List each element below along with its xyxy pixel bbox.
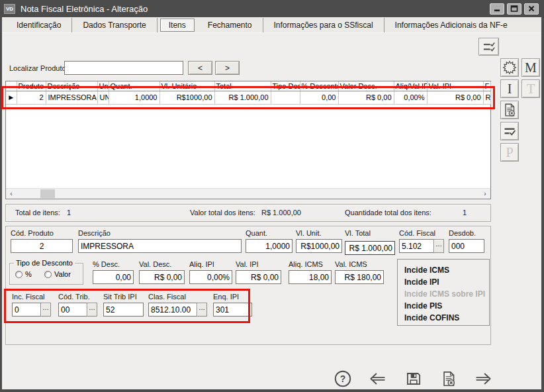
items-grid: Produto Descrição Unid Quant. Vl. Unitár…: [5, 81, 491, 199]
val-icms-label: Val. ICMS: [335, 260, 384, 268]
starburst-button[interactable]: [500, 58, 519, 77]
check-lines-icon: [501, 122, 518, 140]
arrow-right-icon: [474, 368, 494, 389]
previous-record-button[interactable]: [367, 369, 387, 389]
vl-total-input[interactable]: [345, 241, 395, 255]
quant-label: Quant.: [246, 229, 293, 237]
val-ipi-label: Val. IPI: [236, 260, 281, 268]
tab-bar: Identificação Dados Transporte Itens Fec…: [2, 18, 541, 33]
inc-fiscal-label: Inc. Fiscal: [12, 293, 51, 301]
aliq-icms-input[interactable]: [289, 270, 332, 284]
val-desc-input[interactable]: [139, 270, 185, 284]
minimize-icon: [493, 5, 501, 13]
radio-valor[interactable]: Valor: [44, 270, 71, 278]
tab-informacoes-adicionais-nfe[interactable]: Informações Adicionais da NF-e: [385, 18, 518, 32]
letter-i-button[interactable]: I: [500, 79, 519, 98]
inc-fiscal-lookup-button[interactable]: …: [40, 303, 51, 317]
tab-itens[interactable]: Itens: [160, 19, 195, 32]
arrow-left-icon: [367, 368, 387, 389]
grid-row-impressora[interactable]: ▶ 2 IMPRESSORA UN 1,0000 R$1000,00 R$ 1.…: [6, 91, 490, 104]
dialog-window: VD Nota Fiscal Eletrônica - Alteração Id…: [0, 0, 544, 392]
vl-unit-label: Vl. Unit.: [296, 229, 342, 237]
save-button[interactable]: [404, 369, 424, 389]
app-logo: VD: [4, 4, 15, 14]
total-value-label: Valor total dos itens:: [190, 209, 255, 217]
total-items-label: Total de itens:: [15, 209, 60, 217]
cod-trib-label: Cód. Trib.: [58, 293, 97, 301]
tab-fechamento[interactable]: Fechamento: [197, 18, 263, 32]
cod-fiscal-lookup-button[interactable]: …: [433, 239, 444, 253]
next-record-button[interactable]: [474, 369, 494, 389]
total-items-value: 1: [67, 209, 71, 217]
enq-ipi-input[interactable]: [213, 303, 252, 317]
val-icms-input[interactable]: [335, 270, 384, 284]
radio-percent[interactable]: %: [15, 270, 32, 278]
maximize-icon: [510, 5, 518, 13]
incide-pis: Incide PIS: [404, 300, 489, 312]
delete-document-button[interactable]: [500, 101, 519, 119]
check-lines-button[interactable]: [500, 122, 519, 140]
doc-delete-icon: [501, 101, 518, 119]
incide-icms-sobre-ipi: Incide ICMS sobre IPI: [404, 288, 489, 300]
minimize-button[interactable]: [490, 3, 504, 15]
cod-fiscal-input[interactable]: [399, 239, 433, 253]
vl-unit-input[interactable]: [296, 239, 342, 253]
total-qty-value: 1: [463, 209, 467, 217]
titlebar: VD Nota Fiscal Eletrônica - Alteração: [0, 0, 544, 17]
mark-all-button[interactable]: [478, 38, 499, 56]
total-value: R$ 1.000,00: [261, 209, 301, 217]
help-icon: [333, 369, 353, 389]
window-title: Nota Fiscal Eletrônica - Alteração: [21, 4, 148, 14]
tipo-desconto-label: Tipo de Desconto: [14, 259, 75, 267]
perc-desc-input[interactable]: [93, 270, 134, 284]
letter-m-button[interactable]: M: [521, 58, 540, 77]
search-prev-button[interactable]: <: [188, 61, 212, 75]
descricao-input[interactable]: [78, 239, 242, 253]
close-button[interactable]: [524, 3, 539, 15]
scrollbar-thumb[interactable]: [40, 189, 55, 198]
letter-t-button: T: [521, 79, 540, 98]
double-check-lines-icon: [481, 39, 497, 55]
maximize-button[interactable]: [507, 3, 521, 15]
val-ipi-input[interactable]: [236, 270, 281, 284]
aliq-icms-label: Aliq. ICMS: [289, 260, 332, 268]
cancel-document-button[interactable]: [439, 369, 459, 389]
cod-trib-lookup-button[interactable]: …: [87, 303, 97, 317]
clas-fiscal-label: Clas. Fiscal: [148, 293, 207, 301]
radio-valor-icon: [44, 271, 52, 278]
incide-ipi: Incide IPI: [404, 276, 489, 288]
help-button[interactable]: [333, 369, 353, 389]
search-input[interactable]: [64, 61, 183, 75]
tipo-desconto-group: Tipo de Desconto % Valor: [9, 263, 83, 285]
starburst-icon: [501, 59, 518, 76]
descricao-label: Descrição: [78, 229, 242, 237]
cod-trib-input[interactable]: [58, 303, 87, 317]
incidence-box: Incide ICMS Incide IPI Incide ICMS sobre…: [397, 259, 490, 326]
scroll-left-icon[interactable]: ‹: [6, 189, 17, 199]
desdob-input[interactable]: [449, 239, 484, 253]
tab-dados-transporte[interactable]: Dados Transporte: [72, 18, 157, 32]
quant-input[interactable]: [246, 239, 293, 253]
doc-delete-icon: [439, 368, 459, 389]
search-next-button[interactable]: >: [215, 61, 240, 75]
totals-bar: Total de itens: 1 Valor total dos itens:…: [5, 204, 491, 222]
cod-produto-label: Cód. Produto: [11, 229, 73, 237]
grid-header-row: Produto Descrição Unid Quant. Vl. Unitár…: [6, 81, 490, 91]
letter-p-button: P: [500, 143, 519, 162]
total-qty-label: Quantidade total dos itens:: [345, 209, 431, 217]
tab-identificacao[interactable]: Identificação: [6, 18, 72, 32]
search-label: Localizar Produto: [9, 64, 66, 72]
aliq-ipi-input[interactable]: [189, 270, 232, 284]
sit-trib-ipi-label: Sit Trib IPI: [103, 293, 144, 301]
grid-hscrollbar[interactable]: ‹ ›: [6, 188, 490, 199]
inc-fiscal-input[interactable]: [12, 303, 40, 317]
sit-trib-ipi-input[interactable]: [103, 303, 144, 317]
scroll-right-icon[interactable]: ›: [480, 189, 490, 199]
desdob-label: Desdob.: [449, 229, 484, 237]
incide-cofins: Incide COFINS: [404, 312, 489, 324]
clas-fiscal-input[interactable]: [148, 303, 197, 317]
clas-fiscal-lookup-button[interactable]: …: [197, 303, 207, 317]
tab-informacoes-ssfiscal[interactable]: Informações para o SSfiscal: [263, 18, 385, 32]
perc-desc-label: % Desc.: [93, 260, 134, 268]
cod-produto-input[interactable]: [11, 239, 73, 253]
